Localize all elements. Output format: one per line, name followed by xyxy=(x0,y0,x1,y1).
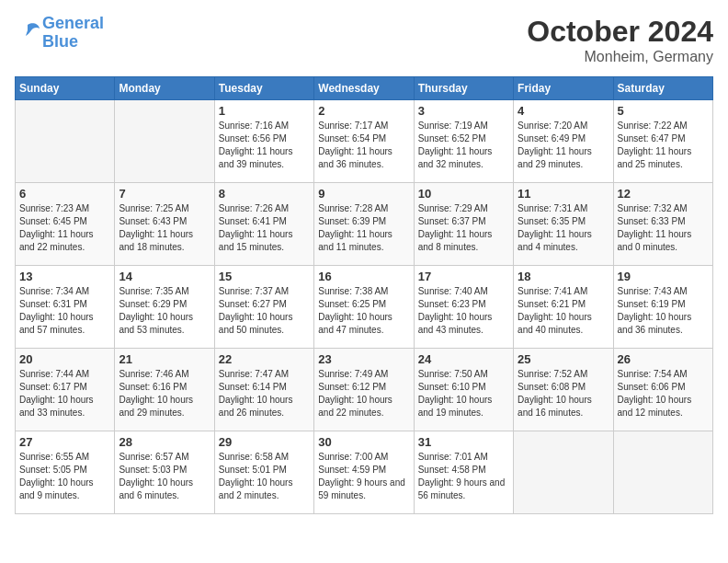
day-number: 14 xyxy=(119,270,210,283)
calendar-cell: 27Sunrise: 6:55 AM Sunset: 5:05 PM Dayli… xyxy=(16,431,115,514)
day-info: Sunrise: 7:41 AM Sunset: 6:21 PM Dayligh… xyxy=(518,285,609,337)
day-number: 1 xyxy=(219,104,310,118)
weekday-header-friday: Friday xyxy=(514,77,613,100)
calendar-cell: 16Sunrise: 7:38 AM Sunset: 6:25 PM Dayli… xyxy=(314,266,414,349)
weekday-header-monday: Monday xyxy=(115,77,214,100)
day-number: 23 xyxy=(318,352,409,366)
calendar-cell: 6Sunrise: 7:23 AM Sunset: 6:45 PM Daylig… xyxy=(16,183,115,266)
location-title: Monheim, Germany xyxy=(527,49,713,65)
day-number: 21 xyxy=(119,352,210,366)
day-number: 2 xyxy=(318,104,409,118)
calendar-cell xyxy=(514,431,613,514)
day-number: 17 xyxy=(418,270,509,283)
weekday-header-thursday: Thursday xyxy=(414,77,513,100)
calendar-cell: 17Sunrise: 7:40 AM Sunset: 6:23 PM Dayli… xyxy=(414,266,513,349)
calendar-cell: 31Sunrise: 7:01 AM Sunset: 4:58 PM Dayli… xyxy=(414,431,513,514)
day-info: Sunrise: 7:32 AM Sunset: 6:33 PM Dayligh… xyxy=(618,202,709,254)
calendar-cell xyxy=(115,100,214,183)
day-number: 7 xyxy=(119,187,210,201)
day-info: Sunrise: 6:55 AM Sunset: 5:05 PM Dayligh… xyxy=(19,451,110,502)
day-number: 27 xyxy=(19,435,110,449)
logo-bird-icon xyxy=(15,21,40,41)
day-number: 3 xyxy=(418,104,509,118)
calendar-cell: 30Sunrise: 7:00 AM Sunset: 4:59 PM Dayli… xyxy=(314,431,414,514)
weekday-header-sunday: Sunday xyxy=(16,77,115,100)
calendar-cell: 4Sunrise: 7:20 AM Sunset: 6:49 PM Daylig… xyxy=(514,100,613,183)
day-info: Sunrise: 7:26 AM Sunset: 6:41 PM Dayligh… xyxy=(219,202,310,254)
day-number: 11 xyxy=(518,187,609,201)
day-number: 29 xyxy=(219,435,310,449)
day-info: Sunrise: 7:35 AM Sunset: 6:29 PM Dayligh… xyxy=(119,285,210,337)
day-info: Sunrise: 7:00 AM Sunset: 4:59 PM Dayligh… xyxy=(318,451,409,502)
day-number: 6 xyxy=(19,187,110,201)
day-info: Sunrise: 7:44 AM Sunset: 6:17 PM Dayligh… xyxy=(19,368,110,419)
day-number: 16 xyxy=(318,270,409,283)
calendar-cell: 28Sunrise: 6:57 AM Sunset: 5:03 PM Dayli… xyxy=(115,431,214,514)
day-info: Sunrise: 7:28 AM Sunset: 6:39 PM Dayligh… xyxy=(318,202,409,254)
logo-text-blue: Blue xyxy=(42,33,104,52)
day-info: Sunrise: 7:20 AM Sunset: 6:49 PM Dayligh… xyxy=(518,120,609,171)
day-info: Sunrise: 7:17 AM Sunset: 6:54 PM Dayligh… xyxy=(318,120,409,171)
day-info: Sunrise: 7:37 AM Sunset: 6:27 PM Dayligh… xyxy=(219,285,310,337)
day-number: 18 xyxy=(518,270,609,283)
calendar-cell: 12Sunrise: 7:32 AM Sunset: 6:33 PM Dayli… xyxy=(613,183,712,266)
day-info: Sunrise: 7:50 AM Sunset: 6:10 PM Dayligh… xyxy=(418,368,509,419)
day-number: 26 xyxy=(618,352,709,366)
calendar-cell: 3Sunrise: 7:19 AM Sunset: 6:52 PM Daylig… xyxy=(414,100,513,183)
day-number: 15 xyxy=(219,270,310,283)
calendar-cell: 22Sunrise: 7:47 AM Sunset: 6:14 PM Dayli… xyxy=(214,349,313,431)
weekday-header-saturday: Saturday xyxy=(613,77,712,100)
calendar-cell xyxy=(16,100,115,183)
calendar-cell: 5Sunrise: 7:22 AM Sunset: 6:47 PM Daylig… xyxy=(613,100,712,183)
weekday-header-tuesday: Tuesday xyxy=(214,77,313,100)
day-number: 12 xyxy=(618,187,709,201)
day-info: Sunrise: 7:29 AM Sunset: 6:37 PM Dayligh… xyxy=(418,202,509,254)
page-header: General Blue October 2024 Monheim, Germa… xyxy=(15,15,713,65)
calendar-cell: 9Sunrise: 7:28 AM Sunset: 6:39 PM Daylig… xyxy=(314,183,414,266)
calendar-cell: 2Sunrise: 7:17 AM Sunset: 6:54 PM Daylig… xyxy=(314,100,414,183)
calendar-cell: 7Sunrise: 7:25 AM Sunset: 6:43 PM Daylig… xyxy=(115,183,214,266)
day-number: 25 xyxy=(518,352,609,366)
calendar-cell: 14Sunrise: 7:35 AM Sunset: 6:29 PM Dayli… xyxy=(115,266,214,349)
calendar-cell: 20Sunrise: 7:44 AM Sunset: 6:17 PM Dayli… xyxy=(16,349,115,431)
day-info: Sunrise: 7:46 AM Sunset: 6:16 PM Dayligh… xyxy=(119,368,210,419)
calendar-cell: 24Sunrise: 7:50 AM Sunset: 6:10 PM Dayli… xyxy=(414,349,513,431)
day-info: Sunrise: 7:34 AM Sunset: 6:31 PM Dayligh… xyxy=(19,285,110,337)
calendar-cell: 25Sunrise: 7:52 AM Sunset: 6:08 PM Dayli… xyxy=(514,349,613,431)
day-number: 22 xyxy=(219,352,310,366)
calendar-cell: 8Sunrise: 7:26 AM Sunset: 6:41 PM Daylig… xyxy=(214,183,313,266)
day-number: 8 xyxy=(219,187,310,201)
day-info: Sunrise: 7:23 AM Sunset: 6:45 PM Dayligh… xyxy=(19,202,110,254)
calendar-cell: 23Sunrise: 7:49 AM Sunset: 6:12 PM Dayli… xyxy=(314,349,414,431)
day-number: 28 xyxy=(119,435,210,449)
day-info: Sunrise: 7:40 AM Sunset: 6:23 PM Dayligh… xyxy=(418,285,509,337)
logo: General Blue xyxy=(15,15,104,52)
day-info: Sunrise: 7:54 AM Sunset: 6:06 PM Dayligh… xyxy=(618,368,709,419)
day-info: Sunrise: 7:19 AM Sunset: 6:52 PM Dayligh… xyxy=(418,120,509,171)
calendar-cell: 13Sunrise: 7:34 AM Sunset: 6:31 PM Dayli… xyxy=(16,266,115,349)
day-number: 10 xyxy=(418,187,509,201)
calendar-cell: 26Sunrise: 7:54 AM Sunset: 6:06 PM Dayli… xyxy=(613,349,712,431)
calendar-cell: 10Sunrise: 7:29 AM Sunset: 6:37 PM Dayli… xyxy=(414,183,513,266)
day-number: 4 xyxy=(518,104,609,118)
calendar-cell: 1Sunrise: 7:16 AM Sunset: 6:56 PM Daylig… xyxy=(214,100,313,183)
day-info: Sunrise: 7:52 AM Sunset: 6:08 PM Dayligh… xyxy=(518,368,609,419)
day-number: 19 xyxy=(618,270,709,283)
day-info: Sunrise: 7:16 AM Sunset: 6:56 PM Dayligh… xyxy=(219,120,310,171)
calendar-table: SundayMondayTuesdayWednesdayThursdayFrid… xyxy=(15,76,713,514)
calendar-cell: 21Sunrise: 7:46 AM Sunset: 6:16 PM Dayli… xyxy=(115,349,214,431)
day-number: 24 xyxy=(418,352,509,366)
calendar-cell: 29Sunrise: 6:58 AM Sunset: 5:01 PM Dayli… xyxy=(214,431,313,514)
day-info: Sunrise: 7:25 AM Sunset: 6:43 PM Dayligh… xyxy=(119,202,210,254)
logo-text-general: General xyxy=(42,15,104,33)
day-info: Sunrise: 6:58 AM Sunset: 5:01 PM Dayligh… xyxy=(219,451,310,502)
month-title: October 2024 xyxy=(527,15,713,49)
calendar-cell xyxy=(613,431,712,514)
calendar-cell: 19Sunrise: 7:43 AM Sunset: 6:19 PM Dayli… xyxy=(613,266,712,349)
day-info: Sunrise: 7:38 AM Sunset: 6:25 PM Dayligh… xyxy=(318,285,409,337)
title-block: October 2024 Monheim, Germany xyxy=(527,15,713,65)
day-number: 20 xyxy=(19,352,110,366)
day-info: Sunrise: 6:57 AM Sunset: 5:03 PM Dayligh… xyxy=(119,451,210,502)
weekday-header-wednesday: Wednesday xyxy=(314,77,414,100)
day-info: Sunrise: 7:31 AM Sunset: 6:35 PM Dayligh… xyxy=(518,202,609,254)
